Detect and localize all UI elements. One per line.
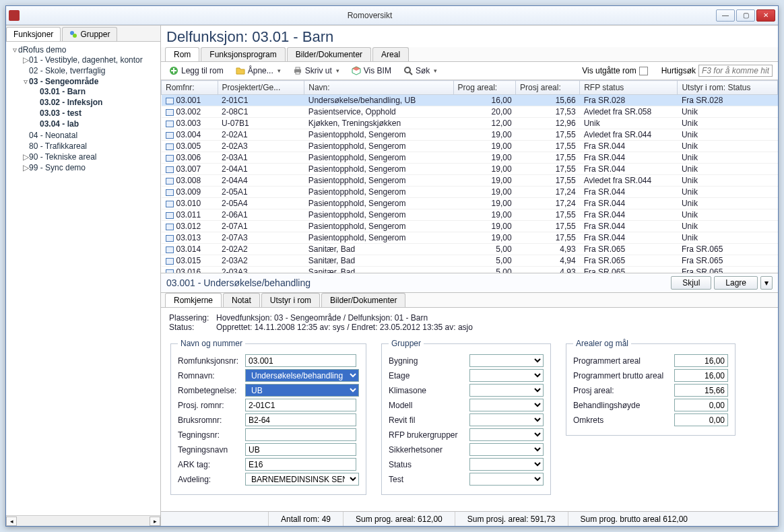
status-sum-brutto: Sum prog. brutto areal 612,00 xyxy=(568,512,700,526)
tree-item[interactable]: 80 - Trafikkareal xyxy=(29,141,87,151)
room-icon xyxy=(166,212,174,219)
areal-input[interactable] xyxy=(674,369,728,382)
group-select[interactable] xyxy=(469,443,544,456)
tree-item[interactable]: 90 - Tekniske areal xyxy=(29,152,97,162)
field-input[interactable] xyxy=(245,413,356,426)
toolbar: Legg til rom Åpne...▾ Skriv ut▾ Vis BIM … xyxy=(161,62,778,80)
field-input[interactable] xyxy=(245,443,356,456)
areal-input[interactable] xyxy=(674,384,728,397)
tab-bilderdokumenter[interactable]: Bilder/Dokumenter xyxy=(287,47,371,61)
window-title: Romoversikt xyxy=(24,11,716,20)
group-select[interactable] xyxy=(469,428,544,441)
tree-item[interactable]: 04 - Neonatal xyxy=(29,131,77,140)
field-label: Tegningsnr: xyxy=(178,430,245,440)
open-button[interactable]: Åpne...▾ xyxy=(233,65,284,77)
tab-areal[interactable]: Areal xyxy=(372,47,409,61)
tree-item[interactable]: 03.03 - test xyxy=(40,108,81,118)
bim-button[interactable]: Vis BIM xyxy=(349,65,394,77)
table-row[interactable]: 03.0082-04A4Pasientopphold, Sengerom19,0… xyxy=(162,175,778,187)
table-row[interactable]: 03.0022-08C1Pasientservice, Opphold20,00… xyxy=(162,106,778,118)
save-button[interactable]: Lagre xyxy=(714,276,758,290)
field-input[interactable]: Undersøkelse/behandling xyxy=(245,369,359,382)
detail-tab[interactable]: Bilder/Dokumenter xyxy=(321,293,405,307)
tree-view[interactable]: ▿dRofus demo▷01 - Vestibyle, dagenhet, k… xyxy=(6,42,160,515)
search-button[interactable]: Søk▾ xyxy=(401,65,440,77)
detail-tab[interactable]: Romkjerne xyxy=(165,293,222,307)
close-button[interactable]: ✕ xyxy=(756,9,775,22)
column-header[interactable]: Utstyr i rom: Status xyxy=(678,81,778,95)
show-expired-checkbox[interactable]: Vis utgåtte rom xyxy=(582,66,647,75)
minimize-button[interactable]: — xyxy=(716,9,735,22)
areal-fieldset: Arealer og mål Programmert arealProgramm… xyxy=(566,339,736,436)
table-row[interactable]: 03.0112-06A1Pasientopphold, Sengerom19,0… xyxy=(162,209,778,221)
detail-tab[interactable]: Notat xyxy=(223,293,260,307)
column-header[interactable]: RFP status xyxy=(580,81,678,95)
field-input[interactable] xyxy=(245,458,356,471)
table-row[interactable]: 03.0052-02A3Pasientopphold, Sengerom19,0… xyxy=(162,141,778,152)
tree-item[interactable]: 03.04 - lab xyxy=(40,119,79,129)
tree-item[interactable]: 03 - Sengeområde xyxy=(29,77,98,86)
field-input[interactable]: UB xyxy=(245,384,359,397)
field-label: Test xyxy=(389,475,469,484)
column-header[interactable]: Prosjektert/Ge... xyxy=(218,81,304,95)
column-header[interactable]: Navn: xyxy=(304,81,453,95)
table-row[interactable]: 03.0062-03A1Pasientopphold, Sengerom19,0… xyxy=(162,152,778,164)
column-header[interactable]: Prosj areal: xyxy=(516,81,580,95)
sidebar-scrollbar[interactable]: ◂ ▸ xyxy=(6,515,160,526)
column-header[interactable]: Prog areal: xyxy=(453,81,516,95)
tree-root[interactable]: dRofus demo xyxy=(18,45,66,55)
tree-item[interactable]: 01 - Vestibyle, dagenhet, kontor xyxy=(29,55,143,65)
save-dropdown-button[interactable]: ▾ xyxy=(760,276,773,290)
tree-item[interactable]: 99 - Sync demo xyxy=(29,163,86,172)
table-row[interactable]: 03.0162-03A3Sanitær, Bad5,004,93Fra SR.0… xyxy=(162,267,778,273)
areal-input[interactable] xyxy=(674,413,728,426)
scroll-left-icon[interactable]: ◂ xyxy=(6,517,17,526)
field-input[interactable] xyxy=(245,354,356,367)
field-label: Rombetegnelse: xyxy=(178,386,245,395)
sidebar-tab-funksjoner[interactable]: Funksjoner xyxy=(6,27,61,41)
field-input[interactable] xyxy=(245,399,356,411)
tree-item[interactable]: 02 - Skole, tverrfaglig xyxy=(29,66,105,75)
table-row[interactable]: 03.0072-04A1Pasientopphold, Sengerom19,0… xyxy=(162,164,778,175)
areal-input[interactable] xyxy=(674,399,728,411)
tab-rom[interactable]: Rom xyxy=(165,47,199,61)
group-select[interactable] xyxy=(469,458,544,471)
table-row[interactable]: 03.0142-02A2Sanitær, Bad5,004,93Fra SR.0… xyxy=(162,244,778,255)
maximize-button[interactable]: ▢ xyxy=(736,9,755,22)
print-button[interactable]: Skriv ut▾ xyxy=(290,65,342,77)
hide-button[interactable]: Skjul xyxy=(671,276,711,290)
name-number-fieldset: Navn og nummer Romfunksjonsnr:Romnavn:Un… xyxy=(170,339,366,495)
tree-item[interactable]: 03.02 - Infeksjon xyxy=(40,98,102,107)
group-select[interactable] xyxy=(469,413,544,426)
table-row[interactable]: 03.0012-01C1Undersøkelse/behandling, UB1… xyxy=(162,95,778,106)
group-select[interactable] xyxy=(469,369,544,382)
sidebar-tab-grupper[interactable]: Grupper xyxy=(62,27,117,41)
add-room-button[interactable]: Legg til rom xyxy=(166,65,226,77)
table-row[interactable]: 03.0152-03A2Sanitær, Bad5,004,94Fra SR.0… xyxy=(162,255,778,267)
table-row[interactable]: 03.0092-05A1Pasientopphold, Sengerom19,0… xyxy=(162,187,778,198)
table-row[interactable]: 03.0122-07A1Pasientopphold, Sengerom19,0… xyxy=(162,221,778,232)
checkbox-icon[interactable] xyxy=(639,67,648,75)
status-sum-prog: Sum prog. areal: 612,00 xyxy=(344,512,455,526)
quicksearch-input[interactable] xyxy=(698,65,773,77)
column-header[interactable]: Romfnr: xyxy=(162,81,218,95)
field-input[interactable] xyxy=(245,428,356,441)
tab-funksjonsprogram[interactable]: Funksjonsprogram xyxy=(201,47,285,61)
group-select[interactable] xyxy=(469,399,544,411)
detail-tab[interactable]: Utstyr i rom xyxy=(261,293,320,307)
application-window: Romoversikt — ▢ ✕ FunksjonerGrupper ▿dRo… xyxy=(5,5,779,527)
group-select[interactable] xyxy=(469,354,544,367)
quicksearch-label: Hurtigsøk xyxy=(661,66,696,75)
field-label: Bygning xyxy=(389,356,469,366)
table-row[interactable]: 03.003U-07B1Kjøkken, Treningskjøkken12,0… xyxy=(162,118,778,129)
scroll-right-icon[interactable]: ▸ xyxy=(150,517,160,526)
tree-item[interactable]: 03.01 - Barn xyxy=(40,87,86,96)
group-select[interactable] xyxy=(469,473,544,486)
group-select[interactable] xyxy=(469,384,544,397)
table-row[interactable]: 03.0042-02A1Pasientopphold, Sengerom19,0… xyxy=(162,129,778,141)
table-row[interactable]: 03.0132-07A3Pasientopphold, Sengerom19,0… xyxy=(162,232,778,244)
areal-input[interactable] xyxy=(674,354,728,367)
room-grid[interactable]: Romfnr:Prosjektert/Ge...Navn:Prog areal:… xyxy=(161,80,778,273)
field-input[interactable]: BARNEMEDINSINSK SENGEPOS xyxy=(245,473,359,486)
table-row[interactable]: 03.0102-05A4Pasientopphold, Sengerom19,0… xyxy=(162,198,778,209)
